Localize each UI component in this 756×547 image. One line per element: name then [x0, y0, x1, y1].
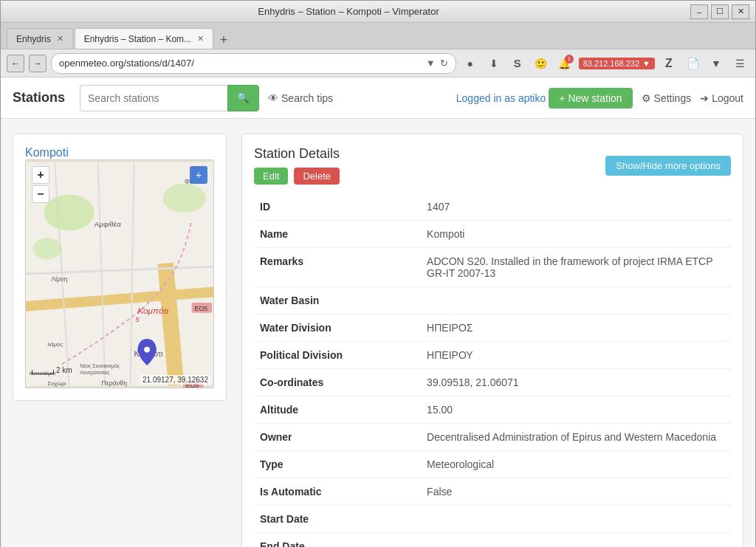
svg-point-9: [163, 184, 207, 213]
table-row: Water DivisionΗΠΕΙΡΟΣ: [254, 314, 731, 342]
scale-bar: [32, 370, 54, 374]
map-coordinates: 21.09127, 39.12632: [140, 375, 210, 385]
field-label: Water Basin: [254, 287, 421, 314]
table-row: Political DivisionΗΠΕΙΡΟΥ: [254, 342, 731, 369]
search-button[interactable]: 🔍: [227, 85, 259, 111]
zoom-out-button[interactable]: −: [32, 185, 49, 203]
ip-dropdown-icon: ▼: [642, 59, 650, 68]
field-label: Is Automatic: [254, 478, 421, 506]
station-title-link[interactable]: Kompoti: [25, 146, 69, 159]
reload-button[interactable]: ↻: [440, 58, 448, 69]
field-label: Co-ordinates: [254, 369, 421, 396]
page-icon[interactable]: 📄: [683, 54, 702, 73]
details-table: ID1407NameKompotiRemarksADCON S20. Insta…: [254, 193, 731, 547]
download-icon[interactable]: ⬇: [484, 54, 504, 73]
search-tips-link[interactable]: 👁 Search tips: [259, 92, 342, 104]
forward-button[interactable]: →: [29, 55, 47, 72]
field-value: Decentralised Administration of Epirus a…: [421, 424, 731, 451]
new-station-label: New station: [568, 92, 622, 104]
window-title: Enhydris – Station – Kompoti – Vimperato…: [7, 6, 690, 17]
table-row: RemarksADCON S20. Installed in the frame…: [254, 248, 731, 287]
tab-bar: Enhydris ✕ Enhydris – Station – Kom... ✕…: [1, 23, 755, 49]
svg-text:EO5: EO5: [195, 305, 208, 312]
field-label: Altitude: [254, 396, 421, 424]
notification-badge: 1: [565, 55, 574, 63]
left-panel: Kompoti: [13, 134, 227, 547]
new-station-button[interactable]: + New station: [549, 88, 632, 109]
field-label: Water Division: [254, 314, 421, 342]
plus-icon: +: [559, 92, 565, 104]
url-text: openmeteo.org/stations/d/1407/: [59, 58, 426, 69]
field-value: False: [421, 478, 731, 506]
shield-icon[interactable]: ●: [461, 54, 480, 73]
ip-text: 83.212.168.232: [583, 59, 639, 68]
eye-icon: 👁: [268, 92, 278, 104]
field-value: ΗΠΕΙΡΟΥ: [421, 342, 731, 369]
close-button[interactable]: ✕: [732, 4, 749, 19]
tab-station-label: Enhydris – Station – Kom...: [84, 34, 191, 44]
logout-icon: ➔: [700, 92, 709, 104]
table-row: NameKompoti: [254, 221, 731, 248]
details-title-text: Station Details: [254, 146, 340, 162]
edit-button[interactable]: Edit: [254, 168, 288, 185]
details-title: Station Details Edit Delete: [254, 146, 340, 185]
table-row: End Date: [254, 533, 731, 548]
svg-text:Λουτρότοπος: Λουτρότοπος: [80, 370, 110, 376]
map-zoom-controls: + −: [32, 166, 49, 203]
scale-label: 2 km: [56, 366, 72, 374]
nav-brand: Stations: [13, 90, 65, 106]
logout-link[interactable]: ➔ Logout: [700, 92, 743, 104]
back-button[interactable]: ←: [7, 55, 24, 72]
main-content: Stations 🔍 👁 Search tips Logged in as ap…: [1, 78, 755, 547]
field-value: ADCON S20. Installed in the framework of…: [421, 248, 731, 287]
zoom-in-button[interactable]: +: [32, 166, 49, 184]
field-value: 1407: [421, 193, 731, 221]
settings-link[interactable]: ⚙ Settings: [633, 92, 701, 104]
station-card: Kompoti: [13, 134, 227, 401]
map-svg: Κομπότι 5 Κομπότι Αμφιθέα Λίμνη Περάνθη: [26, 160, 213, 388]
tab-station[interactable]: Enhydris – Station – Kom... ✕: [75, 28, 213, 49]
field-label: End Date: [254, 533, 421, 548]
svg-point-27: [144, 347, 150, 353]
menu-icon[interactable]: ☰: [730, 54, 749, 73]
maximize-button[interactable]: ☐: [711, 4, 729, 19]
delete-button[interactable]: Delete: [294, 168, 340, 185]
new-tab-button[interactable]: +: [215, 31, 233, 49]
tab-enhydris-close[interactable]: ✕: [57, 34, 63, 44]
emoji-icon[interactable]: 🙂: [532, 54, 551, 73]
field-value: [421, 506, 731, 533]
svg-text:Λίμνη: Λίμνη: [51, 275, 67, 283]
station-details-card: Station Details Edit Delete Show/Hide mo…: [241, 134, 743, 547]
svg-point-8: [33, 238, 62, 259]
page-dropdown-icon[interactable]: ▼: [707, 54, 726, 73]
page-content: Kompoti: [1, 119, 755, 547]
minimize-button[interactable]: –: [690, 4, 708, 19]
map-extra-button[interactable]: +: [190, 166, 207, 184]
field-label: Remarks: [254, 248, 421, 287]
table-row: TypeMeteorological: [254, 451, 731, 478]
tab-station-close[interactable]: ✕: [197, 34, 204, 44]
svg-text:Περάνθη: Περάνθη: [102, 379, 128, 387]
field-value: [421, 287, 731, 314]
svg-point-7: [44, 195, 94, 231]
logout-label: Logout: [712, 92, 743, 104]
notification-icon[interactable]: 🔔 1: [555, 54, 574, 73]
details-header: Station Details Edit Delete Show/Hide mo…: [254, 146, 731, 185]
tab-enhydris-label: Enhydris: [16, 34, 51, 44]
show-hide-button[interactable]: Show/Hide more options: [605, 156, 731, 176]
map-scale: 2 km: [32, 366, 72, 374]
field-label: Start Date: [254, 506, 421, 533]
tab-enhydris[interactable]: Enhydris ✕: [7, 28, 73, 49]
table-row: OwnerDecentralised Administration of Epi…: [254, 424, 731, 451]
s-icon[interactable]: S: [508, 54, 527, 73]
url-dropdown-icon[interactable]: ▼: [426, 58, 436, 69]
table-row: Co-ordinates39.09518, 21.06071: [254, 369, 731, 396]
ip-badge[interactable]: 83.212.168.232 ▼: [579, 58, 655, 69]
field-value: 39.09518, 21.06071: [421, 369, 731, 396]
search-input[interactable]: [80, 85, 227, 111]
z-icon[interactable]: Z: [659, 54, 678, 73]
svg-text:5: 5: [135, 316, 139, 323]
username-link[interactable]: aptiko: [518, 92, 546, 104]
url-bar[interactable]: openmeteo.org/stations/d/1407/ ▼ ↻: [51, 53, 456, 74]
address-bar: ← → openmeteo.org/stations/d/1407/ ▼ ↻ ●…: [1, 49, 755, 78]
